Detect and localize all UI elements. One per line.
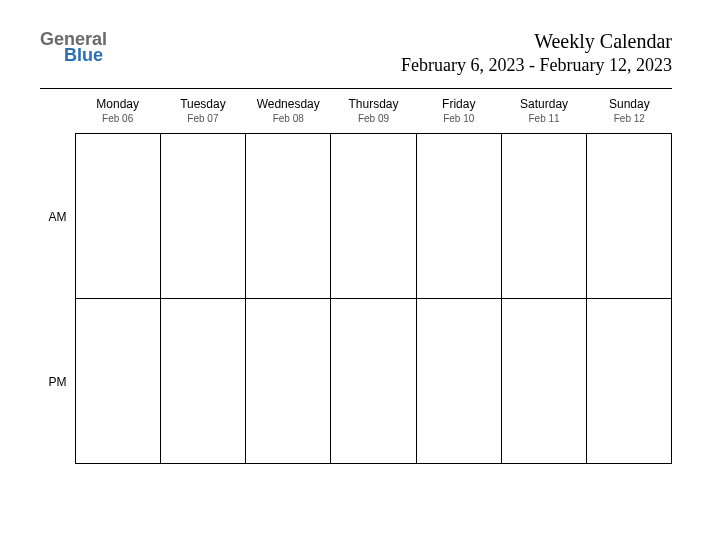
day-header: Monday Feb 06 xyxy=(75,89,160,133)
day-header: Wednesday Feb 08 xyxy=(246,89,331,133)
day-header: Saturday Feb 11 xyxy=(501,89,586,133)
day-date: Feb 09 xyxy=(331,113,416,124)
calendar: AM PM Monday Feb 06 Tuesday Feb 07 Wedne… xyxy=(40,89,672,464)
header-row: General Blue Weekly Calendar February 6,… xyxy=(40,30,672,76)
day-date: Feb 08 xyxy=(246,113,331,124)
page-title: Weekly Calendar xyxy=(401,30,672,53)
grid-row-am xyxy=(75,134,672,299)
day-date: Feb 10 xyxy=(416,113,501,124)
calendar-cell[interactable] xyxy=(586,134,672,299)
date-range: February 6, 2023 - February 12, 2023 xyxy=(401,55,672,76)
day-headers-row: Monday Feb 06 Tuesday Feb 07 Wednesday F… xyxy=(75,89,672,134)
day-name: Saturday xyxy=(501,97,586,111)
title-block: Weekly Calendar February 6, 2023 - Febru… xyxy=(401,30,672,76)
calendar-cell[interactable] xyxy=(160,134,245,299)
calendar-cell[interactable] xyxy=(586,299,672,464)
calendar-cell[interactable] xyxy=(75,299,160,464)
day-header: Thursday Feb 09 xyxy=(331,89,416,133)
day-header: Friday Feb 10 xyxy=(416,89,501,133)
grid-row-pm xyxy=(75,299,672,464)
day-date: Feb 11 xyxy=(501,113,586,124)
days-column: Monday Feb 06 Tuesday Feb 07 Wednesday F… xyxy=(75,89,672,464)
day-name: Monday xyxy=(75,97,160,111)
time-label-am: AM xyxy=(40,134,75,299)
calendar-cell[interactable] xyxy=(501,134,586,299)
day-name: Thursday xyxy=(331,97,416,111)
day-date: Feb 12 xyxy=(587,113,672,124)
logo: General Blue xyxy=(40,30,107,64)
day-name: Sunday xyxy=(587,97,672,111)
day-header: Sunday Feb 12 xyxy=(587,89,672,133)
day-header: Tuesday Feb 07 xyxy=(160,89,245,133)
day-name: Tuesday xyxy=(160,97,245,111)
calendar-cell[interactable] xyxy=(160,299,245,464)
day-name: Friday xyxy=(416,97,501,111)
calendar-cell[interactable] xyxy=(501,299,586,464)
calendar-cell[interactable] xyxy=(330,134,415,299)
logo-part2: Blue xyxy=(64,46,107,64)
day-name: Wednesday xyxy=(246,97,331,111)
day-date: Feb 06 xyxy=(75,113,160,124)
day-date: Feb 07 xyxy=(160,113,245,124)
calendar-cell[interactable] xyxy=(75,134,160,299)
time-label-pm: PM xyxy=(40,299,75,464)
time-header-spacer xyxy=(40,89,75,134)
calendar-cell[interactable] xyxy=(330,299,415,464)
calendar-cell[interactable] xyxy=(245,299,330,464)
time-column: AM PM xyxy=(40,89,75,464)
calendar-cell[interactable] xyxy=(416,299,501,464)
calendar-cell[interactable] xyxy=(245,134,330,299)
calendar-cell[interactable] xyxy=(416,134,501,299)
